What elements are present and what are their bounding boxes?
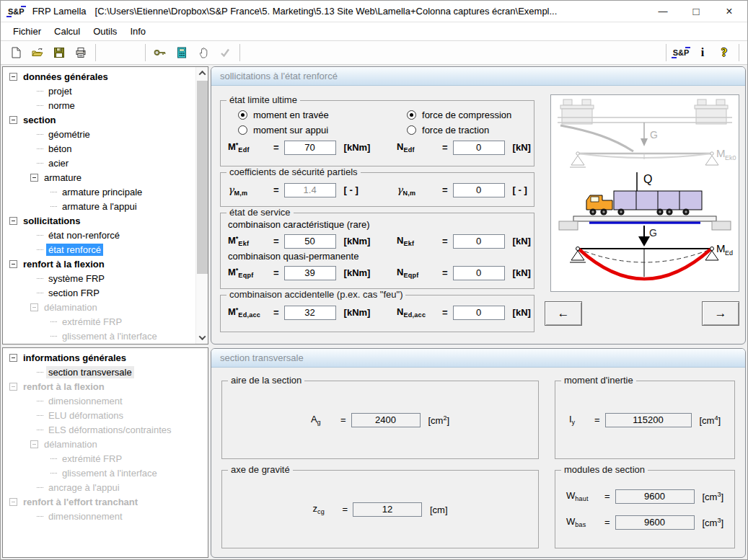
sp-website-button[interactable]: S&P	[670, 43, 692, 63]
tree-item-beton[interactable]: béton	[6, 141, 193, 156]
title-bar: S&P FRP Lamella[C:\Users\Etienne\Dropbox…	[1, 1, 747, 22]
nekf-row: NEkf = [kN]	[387, 231, 534, 251]
meqpf-input[interactable]	[284, 266, 336, 280]
medf-input[interactable]	[284, 141, 336, 155]
tree-item-geometrie[interactable]: géométrie	[6, 127, 193, 141]
tree-item-donnees-generales[interactable]: données générales	[6, 69, 193, 84]
iy-value	[605, 413, 692, 427]
scrollbar-thumb[interactable]	[197, 81, 208, 274]
menu-bar: Fichier Calcul Outils Info	[1, 22, 747, 41]
menu-item-outils[interactable]: Outils	[87, 24, 123, 39]
radio-button-icon[interactable]	[407, 110, 416, 120]
tree-item-armature-principale[interactable]: armature principale	[6, 185, 193, 199]
collapse-icon[interactable]	[9, 354, 17, 362]
input-tree-panel: données générales projet norme section g…	[2, 66, 208, 345]
tree-item-dimensionnement-tranchant[interactable]: dimensionnement	[6, 509, 193, 523]
tree-item-renfort-flexion[interactable]: renfort à la flexion	[6, 257, 193, 271]
tree-item-extremite-frp[interactable]: extrémité FRP	[6, 314, 193, 329]
radio-button-icon[interactable]	[238, 125, 247, 135]
collapse-icon[interactable]	[30, 303, 38, 311]
open-file-button[interactable]	[27, 43, 48, 63]
tree-item-elu-deformations[interactable]: ELU déformations	[6, 408, 193, 422]
gamma-m-input[interactable]	[284, 183, 336, 197]
sollicitations-panel: sollicitations à l'état renforcé état li…	[211, 66, 746, 345]
tree-item-systeme-frp[interactable]: système FRP	[6, 271, 193, 285]
scroll-down-button[interactable]	[196, 332, 208, 344]
info-icon: i	[701, 46, 704, 59]
radio-force-de-traction[interactable]: force de traction	[387, 123, 534, 138]
tree-item-renfort-effort-tranchant[interactable]: renfort à l'effort tranchant	[6, 494, 193, 509]
arrow-left-icon: ←	[558, 306, 570, 321]
calculate-button[interactable]	[171, 43, 193, 63]
close-button[interactable]: ×	[713, 1, 746, 22]
meqpf-row: M*Eqpf = [kNm]	[221, 263, 387, 283]
medacc-input[interactable]	[284, 306, 336, 320]
nedacc-input[interactable]	[453, 306, 505, 320]
new-file-button[interactable]	[5, 43, 27, 63]
gamma-m-symbol: γM,m	[228, 184, 268, 197]
save-button[interactable]	[48, 43, 70, 63]
collapse-icon[interactable]	[30, 440, 38, 448]
tree-item-armature[interactable]: armature	[6, 170, 193, 185]
tree-item-section-frp[interactable]: section FRP	[6, 285, 193, 300]
tree-item-informations-generales[interactable]: informations générales	[6, 350, 193, 365]
menu-item-fichier[interactable]: Fichier	[6, 24, 48, 39]
tree-item-section[interactable]: section	[6, 112, 193, 127]
collapse-icon[interactable]	[9, 383, 17, 391]
tree-scrollbar[interactable]	[195, 67, 208, 344]
nekf-input[interactable]	[453, 234, 505, 249]
tree-item-glissement-resultats[interactable]: glissement à l'interface	[6, 466, 193, 480]
medacc-row: M*Ed,acc = [kNm]	[221, 303, 387, 322]
neqpf-input[interactable]	[453, 266, 505, 280]
tree-item-delamination[interactable]: délamination	[6, 300, 193, 314]
print-button[interactable]	[70, 43, 92, 63]
tree-item-etat-renforce[interactable]: état renforcé	[6, 242, 193, 257]
collapse-icon[interactable]	[9, 217, 17, 225]
scroll-up-button[interactable]	[196, 67, 208, 79]
tree-item-renfort-flexion-resultats[interactable]: renfort à la flexion	[6, 379, 193, 394]
tree-item-etat-non-renforce[interactable]: état non-renforcé	[6, 228, 193, 242]
menu-item-calcul[interactable]: Calcul	[48, 24, 87, 39]
radio-moment-en-travee[interactable]: moment en travée	[221, 107, 387, 123]
radio-button-icon[interactable]	[407, 125, 416, 135]
collapse-icon[interactable]	[30, 174, 38, 182]
tree-item-extremite-frp-resultats[interactable]: extrémité FRP	[6, 451, 193, 466]
next-page-button[interactable]: →	[702, 301, 739, 326]
collapse-icon[interactable]	[9, 260, 17, 268]
license-key-button[interactable]	[149, 43, 171, 63]
tree-item-projet[interactable]: projet	[6, 84, 193, 98]
previous-page-button[interactable]: ←	[545, 301, 582, 326]
tree-item-els-deformations[interactable]: ELS déformations/contraintes	[6, 422, 193, 437]
app-icon: S&P	[6, 6, 26, 17]
tree-item-sollicitations[interactable]: sollicitations	[6, 213, 193, 228]
tree-item-norme[interactable]: norme	[6, 98, 193, 112]
collapse-icon[interactable]	[9, 498, 17, 506]
nedf-input[interactable]	[453, 141, 505, 155]
validate-button[interactable]	[214, 43, 236, 63]
info-button[interactable]: i	[692, 43, 713, 63]
maximize-button[interactable]: □	[679, 1, 713, 22]
tree-item-glissement-interface[interactable]: glissement à l'interface	[6, 329, 193, 343]
gamma-n-input[interactable]	[453, 183, 505, 197]
radio-moment-sur-appui[interactable]: moment sur appui	[221, 123, 387, 138]
minimize-button[interactable]: —	[646, 1, 679, 22]
pan-button[interactable]	[193, 43, 214, 63]
menu-item-info[interactable]: Info	[123, 24, 152, 39]
neqpf-row: NEqpf = [kN]	[387, 263, 534, 283]
collapse-icon[interactable]	[9, 116, 17, 124]
results-tree-panel: informations générales section transvers…	[2, 347, 208, 558]
check-icon	[219, 47, 231, 58]
tree-item-ancrage-appui[interactable]: ancrage à l'appui	[6, 480, 193, 494]
radio-force-de-compression[interactable]: force de compression	[387, 107, 534, 123]
tree-item-acier[interactable]: acier	[6, 156, 193, 170]
mekf-row: M*Ekf = [kNm]	[221, 231, 387, 251]
load-g-upper-label: G	[650, 129, 658, 141]
radio-button-icon[interactable]	[238, 110, 247, 120]
help-button[interactable]: ?	[713, 43, 735, 63]
tree-item-delamination-resultats[interactable]: délamination	[6, 437, 193, 451]
mekf-input[interactable]	[284, 234, 336, 249]
tree-item-armature-appui[interactable]: armature à l'appui	[6, 199, 193, 213]
collapse-icon[interactable]	[9, 73, 17, 81]
tree-item-dimensionnement[interactable]: dimensionnement	[6, 394, 193, 408]
tree-item-section-transversale[interactable]: section transversale	[6, 365, 193, 379]
